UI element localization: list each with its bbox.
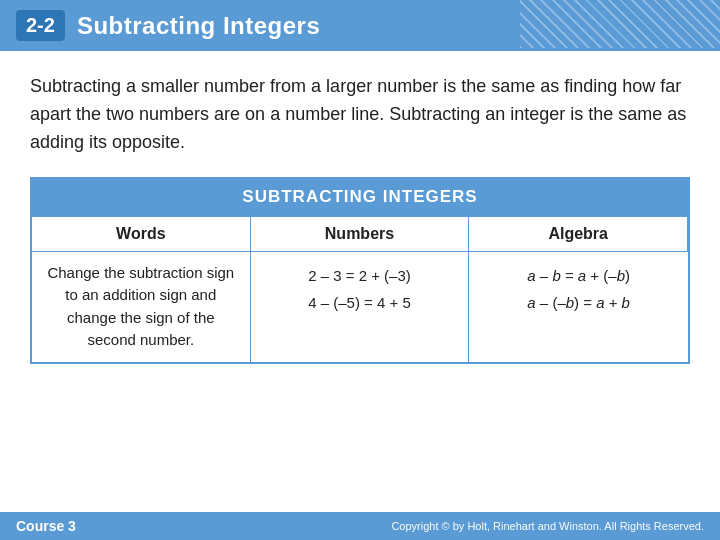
header: 2-2 Subtracting Integers (0, 0, 720, 51)
cell-numbers-1: 2 – 3 = 2 + (–3)4 – (–5) = 4 + 5 (251, 252, 470, 362)
intro-paragraph: Subtracting a smaller number from a larg… (30, 73, 690, 157)
col-header-numbers: Numbers (251, 217, 470, 252)
table-title: SUBTRACTING INTEGERS (32, 179, 688, 215)
subtracting-integers-table: SUBTRACTING INTEGERS Words Numbers Algeb… (30, 177, 690, 364)
footer: Course 3 Copyright © by Holt, Rinehart a… (0, 512, 720, 540)
col-header-words: Words (32, 217, 251, 252)
table-body: Words Numbers Algebra Change the subtrac… (32, 215, 688, 362)
col-header-algebra: Algebra (469, 217, 688, 252)
main-content: Subtracting a smaller number from a larg… (0, 51, 720, 374)
header-pattern (520, 0, 720, 48)
page-title: Subtracting Integers (77, 12, 320, 40)
footer-course: Course 3 (16, 518, 76, 534)
footer-copyright: Copyright © by Holt, Rinehart and Winsto… (391, 520, 704, 532)
cell-words-1: Change the subtraction sign to an additi… (32, 252, 251, 362)
cell-algebra-1: a – b = a + (–b) a – (–b) = a + b (469, 252, 688, 362)
lesson-badge: 2-2 (16, 10, 65, 41)
